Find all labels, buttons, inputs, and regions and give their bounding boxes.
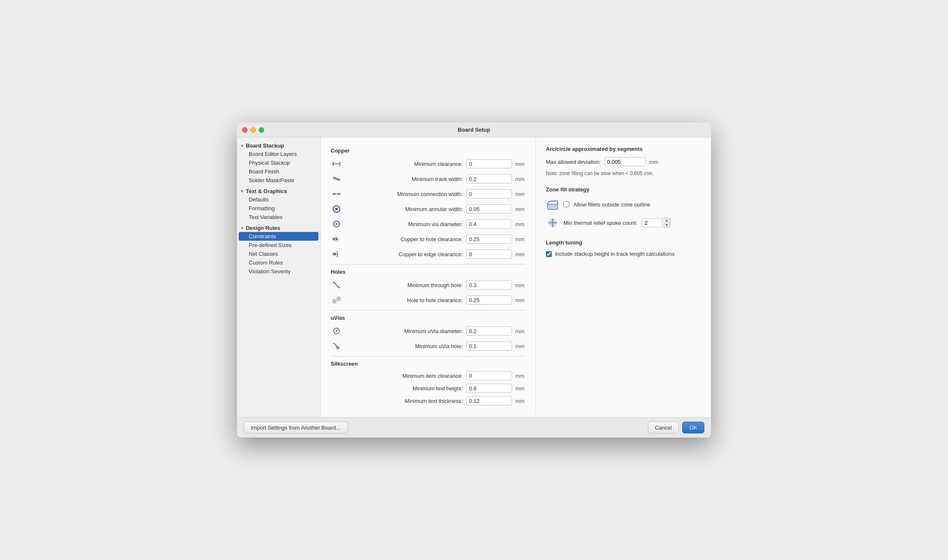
field-row-min-via-diameter: Minimum via diameter: mm bbox=[331, 218, 525, 230]
cancel-button[interactable]: Cancel bbox=[648, 422, 679, 433]
allow-fillets-checkbox[interactable] bbox=[563, 201, 569, 207]
sidebar-group-label: Text & Graphics bbox=[246, 188, 287, 194]
min-text-thickness-input[interactable] bbox=[466, 396, 512, 405]
sidebar-group-board-stackup[interactable]: ▼ Board Stackup bbox=[237, 141, 320, 150]
hole-hole-clear-input[interactable] bbox=[466, 295, 512, 305]
sidebar-item-pre-defined-sizes[interactable]: Pre-defined Sizes bbox=[237, 241, 320, 249]
import-settings-button[interactable]: Import Settings from Another Board... bbox=[244, 422, 348, 433]
sidebar-group-design-rules[interactable]: ▼ Design Rules bbox=[237, 223, 320, 232]
min-uvia-diameter-input[interactable] bbox=[466, 326, 512, 336]
copper-hole-clear-unit: mm bbox=[515, 236, 525, 242]
hole-hole-clear-unit: mm bbox=[515, 297, 525, 303]
holes-section-header: Holes bbox=[331, 269, 525, 275]
right-panel: Arc/circle approximated by segments Max … bbox=[535, 137, 711, 417]
min-conn-width-input[interactable] bbox=[466, 189, 512, 199]
sidebar-group-text-graphics[interactable]: ▼ Text & Graphics bbox=[237, 186, 320, 195]
include-stackup-checkbox[interactable] bbox=[546, 251, 552, 257]
copper-hole-clear-label: Copper to hole clearance: bbox=[346, 236, 463, 242]
board-setup-window: Board Setup ▼ Board Stackup Board Editor… bbox=[237, 122, 711, 438]
min-item-clear-input[interactable] bbox=[466, 371, 512, 380]
field-row-min-uvia-hole: Minimum uVia hole: mm bbox=[331, 340, 525, 352]
sidebar-item-net-classes[interactable]: Net Classes bbox=[237, 249, 320, 258]
min-via-diameter-icon bbox=[331, 218, 342, 230]
window-controls bbox=[242, 127, 264, 132]
copper-edge-clear-icon bbox=[331, 248, 342, 260]
sidebar-item-violation-severity[interactable]: Violation Severity bbox=[237, 267, 320, 276]
field-row-min-conn-width: Minimum connection width: mm bbox=[331, 188, 525, 200]
min-text-thickness-unit: mm bbox=[515, 398, 525, 404]
min-clearance-input[interactable] bbox=[466, 159, 512, 168]
include-stackup-label: Include stackup height in track length c… bbox=[555, 251, 674, 257]
sidebar-item-text-variables[interactable]: Text Variables bbox=[237, 213, 320, 221]
sidebar-item-formatting[interactable]: Formatting bbox=[237, 204, 320, 213]
min-item-clear-unit: mm bbox=[515, 373, 525, 379]
chevron-down-icon: ▼ bbox=[240, 226, 244, 230]
min-conn-width-icon bbox=[331, 188, 342, 200]
field-row-copper-hole-clear: Copper to hole clearance: mm bbox=[331, 233, 525, 245]
sidebar-item-physical-stackup[interactable]: Physical Stackup bbox=[237, 158, 320, 167]
copper-edge-clear-unit: mm bbox=[515, 251, 525, 257]
field-row-min-uvia-diameter: Minimum uVia diameter: mm bbox=[331, 325, 525, 337]
min-annular-width-icon bbox=[331, 203, 342, 215]
min-uvia-hole-input[interactable] bbox=[466, 341, 512, 351]
svg-point-16 bbox=[336, 238, 338, 240]
min-text-height-label: Minimum text height: bbox=[347, 385, 463, 392]
min-uvia-hole-icon bbox=[331, 340, 342, 352]
min-track-width-unit: mm bbox=[515, 176, 525, 182]
maximize-button[interactable] bbox=[259, 127, 264, 132]
sidebar-item-constraints[interactable]: Constraints bbox=[239, 232, 319, 241]
copper-hole-clear-input[interactable] bbox=[466, 234, 512, 244]
max-deviation-label: Max allowed deviation: bbox=[546, 159, 601, 165]
zone-fill-section: Zone fill strategy Allow fillets outside… bbox=[546, 186, 701, 229]
zone-fill-icon bbox=[546, 198, 559, 211]
field-row-min-track-width: Minimum track width: mm bbox=[331, 173, 525, 185]
spinner-down-button[interactable]: ▼ bbox=[663, 223, 670, 227]
sidebar-item-board-finish[interactable]: Board Finish bbox=[237, 167, 320, 176]
min-uvia-hole-label: Minimum uVia hole: bbox=[346, 343, 463, 349]
svg-point-26 bbox=[334, 301, 335, 302]
svg-rect-17 bbox=[333, 238, 335, 240]
min-uvia-diameter-icon bbox=[331, 325, 342, 337]
field-row-min-clearance: Minimum clearance: mm bbox=[331, 158, 525, 170]
min-through-hole-input[interactable] bbox=[466, 280, 512, 290]
chevron-down-icon: ▼ bbox=[240, 144, 244, 148]
uvias-section-header: uVias bbox=[331, 315, 525, 321]
minimize-button[interactable] bbox=[250, 127, 256, 132]
min-clearance-label: Minimum clearance: bbox=[346, 161, 463, 167]
min-through-hole-label: Minimum through hole: bbox=[346, 282, 463, 288]
copper-edge-clear-input[interactable] bbox=[466, 249, 512, 259]
min-thermal-input[interactable] bbox=[642, 218, 663, 227]
max-deviation-input[interactable] bbox=[604, 157, 646, 166]
svg-rect-35 bbox=[548, 204, 558, 209]
hole-hole-clear-icon bbox=[331, 294, 342, 306]
sidebar-item-board-editor-layers[interactable]: Board Editor Layers bbox=[237, 150, 320, 158]
sidebar-item-defaults[interactable]: Defaults bbox=[237, 195, 320, 204]
min-annular-width-input[interactable] bbox=[466, 204, 512, 214]
min-thermal-row: Min thermal relief spoke count: ▲ ▼ bbox=[546, 216, 701, 229]
field-row-min-text-height: Minimum text height: mm bbox=[331, 384, 525, 393]
sidebar-item-custom-rules[interactable]: Custom Rules bbox=[237, 258, 320, 267]
min-item-clear-label: Minimum item clearance: bbox=[347, 373, 463, 379]
close-button[interactable] bbox=[242, 127, 247, 132]
min-track-width-input[interactable] bbox=[466, 174, 512, 183]
allow-fillets-label: Allow fillets outside zone outline bbox=[573, 201, 650, 208]
silkscreen-section-header: Silkscreen bbox=[331, 361, 525, 367]
arc-section: Arc/circle approximated by segments Max … bbox=[546, 146, 701, 176]
svg-line-23 bbox=[333, 282, 334, 283]
svg-point-39 bbox=[552, 222, 553, 224]
min-text-height-input[interactable] bbox=[466, 384, 512, 393]
min-via-diameter-input[interactable] bbox=[466, 219, 512, 229]
min-clearance-icon bbox=[331, 158, 342, 170]
svg-rect-7 bbox=[337, 193, 340, 195]
ok-button[interactable]: OK bbox=[682, 422, 704, 433]
main-content: ▼ Board Stackup Board Editor Layers Phys… bbox=[237, 137, 711, 417]
spinner-up-button[interactable]: ▲ bbox=[663, 218, 670, 223]
chevron-down-icon: ▼ bbox=[240, 189, 244, 193]
svg-line-22 bbox=[334, 282, 339, 288]
titlebar: Board Setup bbox=[237, 122, 711, 137]
sidebar-item-solder-mask-paste[interactable]: Solder Mask/Paste bbox=[237, 176, 320, 185]
max-deviation-unit: mm bbox=[650, 159, 659, 165]
footer-left: Import Settings from Another Board... bbox=[244, 422, 348, 433]
min-annular-width-label: Minimum annular width: bbox=[346, 206, 463, 212]
svg-line-11 bbox=[334, 206, 339, 211]
